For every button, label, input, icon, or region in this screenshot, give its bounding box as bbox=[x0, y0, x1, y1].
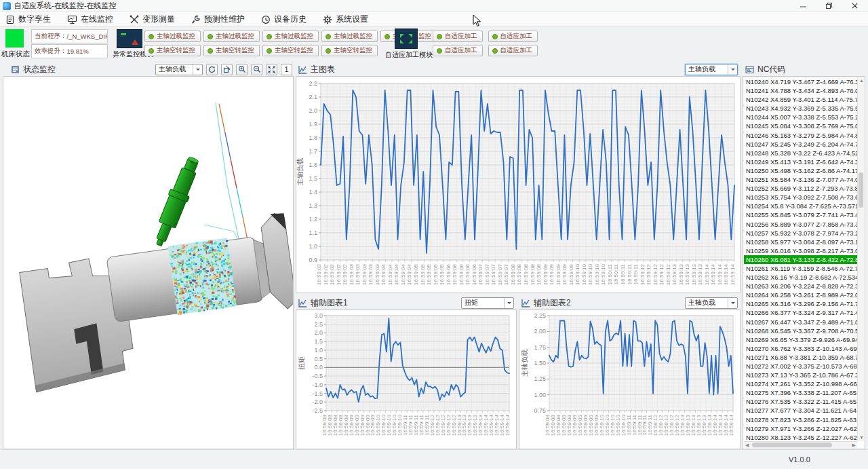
idle-monitor-button-2[interactable]: 主轴空转监控 bbox=[203, 45, 260, 56]
aux-chart-1-dropdown[interactable]: 扭矩 bbox=[461, 297, 514, 309]
title-bar: 自适应系统-在线监控-在线监控 bbox=[0, 0, 868, 12]
nc-line[interactable]: N10253 X5.754 Y-3.092 Z-7.508 A-73.677 bbox=[744, 193, 857, 202]
nc-line[interactable]: N10244 X5.007 Y-3.338 Z-5.553 A-75.297 bbox=[744, 113, 857, 121]
main-chart-dropdown[interactable]: 主轴负载 bbox=[685, 64, 738, 75]
menu-item-6[interactable]: 系统设置 bbox=[323, 14, 368, 25]
nc-line[interactable]: N10255 X5.845 Y-3.079 Z-7.741 A-73.458 bbox=[744, 210, 857, 219]
nc-line[interactable]: N10263 X6.206 Y-3.224 Z-8.828 A-72.33 ( bbox=[744, 282, 857, 290]
nc-line[interactable]: N10264 X6.258 Y-3.261 Z-8.989 A-72.072 bbox=[744, 290, 857, 299]
adaptive-machining-button-4[interactable]: 自适应加工 bbox=[488, 45, 538, 56]
menu-item-4[interactable]: 预测性维护 bbox=[191, 14, 245, 25]
adaptive-module[interactable]: 自适应加工模块 bbox=[385, 29, 427, 60]
nc-line[interactable]: N10254 X5.8 Y-3.084 Z-7.625 A-73.571 C bbox=[744, 202, 857, 210]
aux-chart-1-panel: 辅助图表1 扭矩 -2.5-2.0-1.5-1.0-0.50.00.51.01.… bbox=[296, 296, 517, 449]
zoom-level-box[interactable]: 1 bbox=[281, 64, 292, 75]
nc-line[interactable]: N10273 X7.13 Y-3.365 Z-10.786 A-67.372 bbox=[744, 371, 857, 379]
close-button[interactable] bbox=[842, 0, 868, 12]
nc-line[interactable]: N10250 X5.498 Y-3.162 Z-6.86 A-74.178 ( bbox=[744, 166, 857, 175]
minimize-button[interactable] bbox=[791, 0, 816, 12]
nc-horizontal-scrollbar[interactable]: ◀ ▶ bbox=[744, 441, 857, 448]
fit-view-button[interactable] bbox=[266, 64, 277, 75]
nc-line[interactable]: N10272 X7.002 Y-3.375 Z-10.573 A-68.05 bbox=[744, 362, 857, 371]
menu-item-1[interactable]: 数字孪生 bbox=[5, 14, 51, 25]
nc-line[interactable]: N10261 X6.119 Y-3.159 Z-8.546 A-72.701 bbox=[744, 264, 857, 273]
nc-line[interactable]: N10245 X5.084 Y-3.308 Z-5.769 A-75.088 bbox=[744, 121, 857, 130]
adaptive-machining-button-3[interactable]: 自适应加工 bbox=[433, 45, 483, 56]
nc-vscroll-thumb[interactable] bbox=[859, 172, 863, 208]
nc-hscroll-thumb[interactable] bbox=[752, 443, 832, 447]
nc-line[interactable]: N10265 X6.316 Y-3.296 Z-9.156 A-71.771 bbox=[744, 299, 857, 308]
nc-line[interactable]: N10277 X7.677 Y-3.304 Z-11.621 A-64.48 bbox=[744, 406, 857, 415]
nc-line[interactable]: N10252 X5.669 Y-3.112 Z-7.293 A-73.844 bbox=[744, 184, 857, 193]
view-channel-dropdown[interactable]: 主轴负载 bbox=[155, 64, 203, 75]
nc-line[interactable]: N10258 X5.977 Y-3.084 Z-8.097 A-73.138 bbox=[744, 238, 857, 246]
nc-line[interactable]: N10248 X5.328 Y-3.22 Z-6.423 A-74.52 C bbox=[744, 149, 857, 157]
machine-3d-viewport[interactable] bbox=[3, 76, 294, 449]
aux-chart-2-dropdown[interactable]: 主轴负载 bbox=[685, 297, 738, 309]
zoom-out-button[interactable] bbox=[251, 64, 262, 75]
anomaly-module[interactable]: 异常监控模块 bbox=[113, 29, 146, 59]
nc-line[interactable]: N10267 X6.447 Y-3.347 Z-9.489 A-71.055 bbox=[744, 318, 857, 326]
rotate-view-button[interactable] bbox=[206, 64, 218, 75]
overload-monitor-button-1[interactable]: 主轴过载监控 bbox=[144, 31, 201, 42]
line-chart-icon bbox=[298, 65, 307, 74]
idle-monitor-button-4[interactable]: 主轴空转监控 bbox=[321, 45, 378, 56]
restore-button[interactable] bbox=[816, 0, 842, 12]
overload-monitor-button-2[interactable]: 主轴过载监控 bbox=[203, 31, 260, 42]
nc-line[interactable]: N10269 X6.65 Y-3.379 Z-9.926 A-69.947 ( bbox=[744, 335, 857, 344]
nc-line[interactable]: N10275 X7.396 Y-3.338 Z-11.207 A-65.95 bbox=[744, 388, 857, 397]
nc-line[interactable]: N10256 X5.889 Y-3.077 Z-7.858 A-73.348 bbox=[744, 220, 857, 229]
nc-line[interactable]: N10249 X5.413 Y-3.191 Z-6.642 A-74.346 bbox=[744, 157, 857, 166]
aux-chart-2-svg: 0.751.001.251.501.752.002.2516:59:0816:5… bbox=[519, 310, 740, 449]
view-channel-value: 主轴负载 bbox=[156, 64, 193, 74]
svg-text:16:59:03: 16:59:03 bbox=[349, 263, 355, 285]
nc-line[interactable]: N10266 X6.377 Y-3.324 Z-9.317 A-71.443 bbox=[744, 308, 857, 317]
nc-line[interactable]: N10241 X4.788 Y-3.434 Z-4.893 A-76.062 bbox=[744, 86, 857, 95]
aux-chart-1-svg: -2.5-2.0-1.5-1.0-0.50.00.51.01.52.02.53.… bbox=[296, 310, 516, 449]
aux-chart-1-title: 辅助图表1 bbox=[311, 297, 348, 309]
nc-line[interactable]: N10247 X5.245 Y-3.249 Z-6.204 A-74.701 bbox=[744, 140, 857, 149]
adaptive-machining-button-2[interactable]: 自适应加工 bbox=[488, 31, 538, 42]
nc-line[interactable]: N10274 X7.261 Y-3.352 Z-10.998 A-66.67 bbox=[744, 379, 857, 388]
idle-monitor-button-3[interactable]: 主轴空转监控 bbox=[262, 45, 319, 56]
svg-text:16:59:05: 16:59:05 bbox=[420, 263, 426, 285]
nc-line-active[interactable]: N10260 X6.081 Y-3.133 Z-8.422 A-72.835 bbox=[744, 255, 857, 264]
nc-line[interactable]: N10279 X7.971 Y-3.266 Z-12.027 A-62.98 bbox=[744, 424, 857, 433]
menu-item-3[interactable]: 变形测量 bbox=[130, 14, 175, 25]
nc-line[interactable]: N10251 X5.584 Y-3.136 Z-7.077 A-74.012 bbox=[744, 175, 857, 184]
nc-vertical-scrollbar[interactable]: ▲ ▼ bbox=[857, 77, 864, 441]
nc-line[interactable]: N10280 X8.123 Y-3.245 Z-12.227 A-62.23 bbox=[744, 433, 857, 441]
zoom-in-button[interactable] bbox=[236, 64, 248, 75]
svg-text:16:59:03: 16:59:03 bbox=[374, 263, 380, 285]
svg-text:16:59:10: 16:59:10 bbox=[594, 263, 600, 285]
workpiece-model bbox=[16, 212, 293, 392]
svg-text:16:59:06: 16:59:06 bbox=[446, 263, 452, 285]
svg-text:-2.5: -2.5 bbox=[312, 407, 323, 414]
adaptive-machining-button-1[interactable]: 自适应加工 bbox=[433, 31, 483, 42]
nc-line[interactable]: N10270 X6.762 Y-3.383 Z-10.143 A-69.34 bbox=[744, 344, 857, 353]
adaptive-button-row-1: 自适应加工自适应加工 bbox=[433, 31, 538, 42]
nc-line[interactable]: N10276 X7.535 Y-3.322 Z-11.415 A-65.22 bbox=[744, 397, 857, 406]
menu-item-2[interactable]: 在线监控 bbox=[67, 14, 113, 25]
idle-monitor-button-1[interactable]: 主轴空转监控 bbox=[144, 45, 201, 56]
overload-monitor-button-3[interactable]: 主轴过载监控 bbox=[262, 31, 319, 42]
nc-line[interactable]: N10259 X6.016 Y-3.098 Z-8.217 A-73.036 bbox=[744, 246, 857, 255]
nc-line[interactable]: N10268 X6.545 Y-3.367 Z-9.708 A-70.519 bbox=[744, 326, 857, 335]
menu-item-5[interactable]: 设备历史 bbox=[261, 14, 307, 25]
nc-line[interactable]: N10243 X4.932 Y-3.369 Z-5.335 A-75.523 bbox=[744, 104, 857, 113]
nc-line[interactable]: N10262 X6.16 Y-3.19 Z-8.682 A-72.534 C bbox=[744, 273, 857, 282]
nc-line[interactable]: N10257 X5.932 Y-3.078 Z-7.974 A-73.243 bbox=[744, 229, 857, 238]
nc-line[interactable]: N10246 X5.163 Y-3.279 Z-5.984 A-74.892 bbox=[744, 131, 857, 140]
svg-text:0.9: 0.9 bbox=[309, 257, 317, 263]
nc-line[interactable]: N10242 X4.859 Y-3.401 Z-5.114 A-75.775 bbox=[744, 95, 857, 104]
overload-monitor-button-4[interactable]: 主轴过载监控 bbox=[321, 31, 378, 42]
status-led-icon bbox=[208, 48, 213, 54]
nc-line[interactable]: N10271 X6.88 Y-3.381 Z-10.359 A-68.711 bbox=[744, 353, 857, 362]
svg-text:1.6: 1.6 bbox=[309, 162, 317, 168]
svg-text:16:59:12: 16:59:12 bbox=[665, 263, 671, 285]
rotate-3d-button[interactable] bbox=[221, 64, 233, 75]
monitor-icon bbox=[67, 15, 77, 24]
svg-text:1.2: 1.2 bbox=[309, 216, 317, 223]
nc-line[interactable]: N10240 X4.719 Y-3.467 Z-4.669 A-76.396 bbox=[744, 77, 857, 86]
nc-line[interactable]: N10278 X7.823 Y-3.286 Z-11.825 A-63.73 bbox=[744, 415, 857, 424]
